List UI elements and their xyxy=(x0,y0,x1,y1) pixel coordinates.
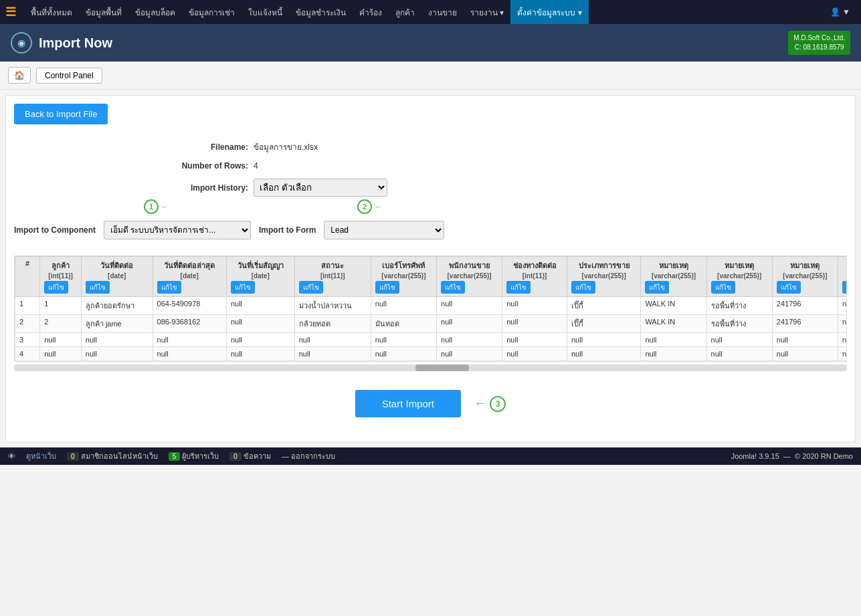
row3-col10: null xyxy=(641,333,706,347)
component-select[interactable]: เอ็มดี ระบบบริหารจัดการเช่า... xyxy=(104,221,251,239)
row4-col10: null xyxy=(641,347,706,361)
filename-value: ข้อมูลการขาย.xlsx xyxy=(254,140,318,153)
eye-icon: 👁 xyxy=(8,452,15,460)
edit-note3-button[interactable]: แก้ไข xyxy=(777,281,801,294)
row3-col2: null xyxy=(81,333,153,347)
edit-note2-button[interactable]: แก้ไข xyxy=(711,281,735,294)
start-import-section: Start Import ← 3 xyxy=(14,374,847,433)
row2-col4: null xyxy=(226,315,294,333)
row4-col3: null xyxy=(153,347,226,361)
nav-item-report[interactable]: รายงาน ▾ xyxy=(464,0,510,24)
nav-item-area[interactable]: พื้นที่ทั้งหมด xyxy=(24,0,79,24)
table-header-row: # ลูกค้า [int(11)] แก้ไข วันที่ติดต่อ [d… xyxy=(15,257,848,297)
table-row: 2 2 ลูกค้า jame 086-9368162 null กล้วยทอ… xyxy=(15,315,848,333)
row4-col2: null xyxy=(81,347,153,361)
version-info: Joomla! 3.9.15 — © 2020 RN Demo xyxy=(731,452,853,460)
nav-item-invoice[interactable]: ใบแจ้งหนี้ xyxy=(242,0,289,24)
user-icon[interactable]: 👤 ▼ xyxy=(825,7,856,17)
col-header-last-contact: วันที่ติดต่อล่าสุด [date] แก้ไข xyxy=(153,257,226,297)
edit-channel-button[interactable]: แก้ไข xyxy=(506,281,531,294)
page-header: ◉ Import Now M.D.Soft Co.,Ltd. C: 08.161… xyxy=(0,24,861,62)
row2-col12: 241796 xyxy=(772,315,838,333)
horizontal-scrollbar[interactable] xyxy=(14,365,847,371)
row3-col7: null xyxy=(437,333,502,347)
col-header-start-date: วันที่เริ่มสัญญา [date] แก้ไข xyxy=(226,257,294,297)
form-label: Import to Form xyxy=(259,225,316,235)
nav-item-block[interactable]: ข้อมูลบล็อค xyxy=(128,0,182,24)
col-header-status: สถานะ [int(11)] แก้ไข xyxy=(294,257,371,297)
arrow-left-3-icon: ← xyxy=(474,397,486,411)
row3-col5: null xyxy=(294,333,371,347)
admin-badge: 5 ผู้บริหารเว็บ xyxy=(169,450,219,462)
edit-salesperson-button[interactable]: แก้ไข xyxy=(441,281,465,294)
row4-col1: null xyxy=(40,347,82,361)
view-site-link[interactable]: ดูหน้าเว็บ xyxy=(26,450,56,462)
edit-start-date-button[interactable]: แก้ไข xyxy=(231,281,255,294)
arrow-left-1: ← xyxy=(161,203,169,211)
row1-col3: 064-5490978 xyxy=(153,297,226,315)
row4-col13: null xyxy=(838,347,848,361)
row1-col9: เปิ๊กี้ xyxy=(567,297,640,315)
row3-num: 3 xyxy=(15,333,40,347)
joomla-logo: ☰ xyxy=(5,5,16,19)
nav-item-sales[interactable]: งานขาย xyxy=(421,0,464,24)
import-icon: ◉ xyxy=(11,32,32,54)
edit-note1-button[interactable]: แก้ไข xyxy=(645,281,669,294)
row1-col8: null xyxy=(502,297,567,315)
row2-col10: WALK IN xyxy=(641,315,706,333)
nav-item-settings[interactable]: ตั้งค่าข้อมูลระบบ ▾ xyxy=(510,0,588,24)
row2-col9: เปิ๊กี้ xyxy=(567,315,640,333)
row4-col6: null xyxy=(371,347,436,361)
import-history-select[interactable]: เลือก ตัวเลือก xyxy=(254,179,387,197)
row1-col11: รอพื้นที่ว่าง xyxy=(706,297,772,315)
rows-row: Number of Rows: 4 xyxy=(14,161,847,171)
row1-col2: ลูกค้ายอดรักษา xyxy=(81,297,153,315)
row2-col13: null xyxy=(838,315,848,333)
start-import-button[interactable]: Start Import xyxy=(355,390,461,417)
row1-col6: null xyxy=(371,297,436,315)
annotation-2-circle: 2 xyxy=(357,199,372,214)
nav-item-property[interactable]: ข้อมูลพื้นที่ xyxy=(79,0,128,24)
annotation-3-wrapper: ← 3 xyxy=(474,396,506,412)
row3-col13: null xyxy=(838,333,848,347)
row3-col11: null xyxy=(706,333,772,347)
nav-item-customer[interactable]: ลูกค้า xyxy=(389,0,421,24)
row2-col6: มันทอด xyxy=(371,315,436,333)
logout-link[interactable]: — ออกจากระบบ xyxy=(282,450,335,462)
brand-badge: M.D.Soft Co.,Ltd. C: 08.1619.8579 xyxy=(788,31,850,55)
form-select[interactable]: Lead xyxy=(324,221,444,239)
annotation-1-circle: 1 xyxy=(144,199,159,214)
file-info-section: Filename: ข้อมูลการขาย.xlsx Number of Ro… xyxy=(14,135,847,215)
col-header-note3: หมายเหตุ [varchar(255)] แก้ไข xyxy=(772,257,838,297)
row3-col4: null xyxy=(226,333,294,347)
row4-col4: null xyxy=(226,347,294,361)
edit-phone-button[interactable]: แก้ไข xyxy=(375,281,399,294)
row4-num: 4 xyxy=(15,347,40,361)
edit-note4-button[interactable]: แก้ไข xyxy=(842,281,847,294)
col-header-note2: หมายเหตุ [varchar(255)] แก้ไข xyxy=(706,257,772,297)
row3-col3: null xyxy=(153,333,226,347)
home-button[interactable]: 🏠 xyxy=(8,67,31,84)
row4-col7: null xyxy=(437,347,502,361)
row2-col2: ลูกค้า jame xyxy=(81,315,153,333)
edit-customer-col-button[interactable]: แก้ไข xyxy=(44,281,68,294)
nav-item-request[interactable]: คำร้อง xyxy=(353,0,389,24)
row2-col8: null xyxy=(502,315,567,333)
row1-col5: ม่วงน้ำปลาหวาน xyxy=(294,297,371,315)
row4-col8: null xyxy=(502,347,567,361)
edit-last-contact-button[interactable]: แก้ไข xyxy=(157,281,181,294)
row1-col4: null xyxy=(226,297,294,315)
data-table: # ลูกค้า [int(11)] แก้ไข วันที่ติดต่อ [d… xyxy=(15,256,847,361)
edit-status-button[interactable]: แก้ไข xyxy=(299,281,323,294)
row2-col5: กล้วยทอด xyxy=(294,315,371,333)
col-header-contact-date: วันที่ติดต่อ [date] แก้ไข xyxy=(81,257,153,297)
nav-item-payment[interactable]: ข้อมูลชำระเงิน xyxy=(289,0,353,24)
back-to-import-file-button[interactable]: Back to Import File xyxy=(14,104,108,124)
control-panel-button[interactable]: Control Panel xyxy=(36,68,102,84)
edit-sales-type-button[interactable]: แก้ไข xyxy=(571,281,595,294)
nav-item-rental[interactable]: ข้อมูลการเช่า xyxy=(182,0,242,24)
row4-col12: null xyxy=(772,347,838,361)
col-header-phone: เบอร์โทรศัพท์ [varchar(255)] แก้ไข xyxy=(371,257,436,297)
edit-contact-date-button[interactable]: แก้ไข xyxy=(86,281,110,294)
col-header-customer: ลูกค้า [int(11)] แก้ไข xyxy=(40,257,82,297)
